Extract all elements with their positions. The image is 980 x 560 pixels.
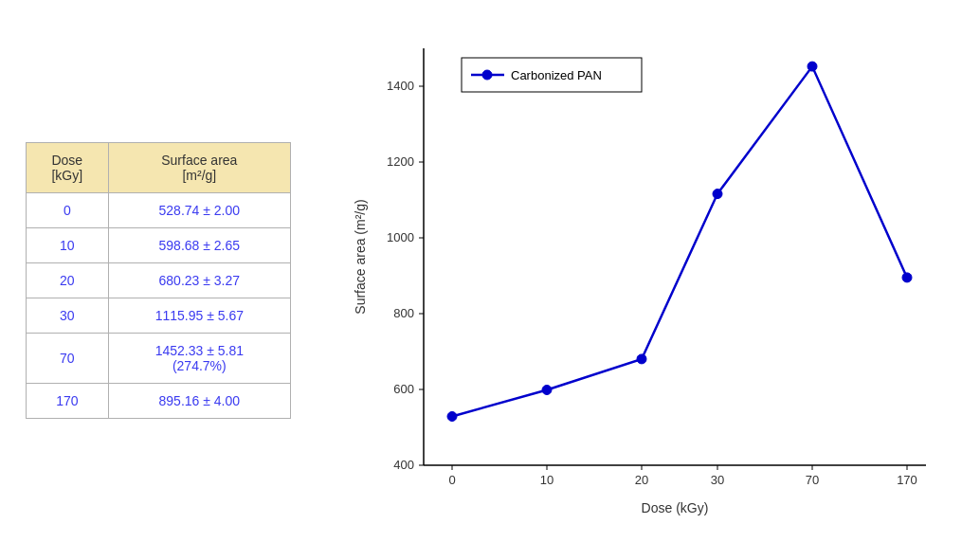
dose-cell: 70 [27, 333, 109, 383]
y-tick-1400: 1400 [387, 79, 414, 93]
y-tick-400: 400 [393, 458, 414, 472]
dot-70 [808, 62, 817, 71]
x-tick-170: 170 [897, 473, 917, 487]
dose-cell: 170 [27, 383, 109, 418]
chart-line [452, 66, 907, 416]
table-row: 20680.23 ± 3.27 [27, 262, 291, 298]
dose-cell: 20 [27, 262, 109, 298]
dose-cell: 30 [27, 298, 109, 333]
surface-area-cell: 1115.95 ± 5.67 [108, 298, 290, 333]
legend-label: Carbonized PAN [511, 68, 602, 82]
y-tick-1000: 1000 [387, 230, 414, 244]
data-table-wrapper: Dose[kGy] Surface area[m²/g] 0528.74 ± 2… [26, 142, 291, 419]
table-row: 301115.95 ± 5.67 [27, 298, 291, 333]
dose-cell: 0 [27, 192, 109, 227]
main-container: Dose[kGy] Surface area[m²/g] 0528.74 ± 2… [26, 20, 954, 541]
y-tick-600: 600 [393, 382, 414, 396]
x-tick-70: 70 [806, 473, 819, 487]
surface-area-cell: 1452.33 ± 5.81(274.7%) [108, 333, 290, 383]
dot-30 [713, 189, 722, 198]
dot-10 [542, 385, 552, 394]
surface-area-header: Surface area[m²/g] [108, 142, 290, 192]
surface-area-table: Dose[kGy] Surface area[m²/g] 0528.74 ± 2… [26, 142, 291, 419]
dot-0 [447, 411, 457, 421]
legend-dot-sample [482, 70, 492, 80]
x-axis: 0 10 20 30 70 170 [448, 473, 916, 487]
surface-area-cell: 598.68 ± 2.65 [108, 227, 290, 262]
dot-170 [902, 272, 912, 281]
y-tick-1200: 1200 [387, 154, 414, 169]
table-row: 701452.33 ± 5.81(274.7%) [27, 333, 291, 383]
y-tick-800: 800 [393, 306, 414, 320]
chart-dots [447, 62, 912, 421]
y-axis: 400 600 800 1000 1200 1400 [387, 79, 414, 472]
table-row: 170895.16 ± 4.00 [27, 383, 291, 418]
surface-area-cell: 528.74 ± 2.00 [108, 192, 290, 227]
x-tick-0: 0 [448, 473, 455, 487]
x-axis-label: Dose (kGy) [642, 500, 709, 515]
dose-cell: 10 [27, 227, 109, 262]
surface-area-cell: 895.16 ± 4.00 [108, 383, 290, 418]
dose-header: Dose[kGy] [27, 142, 109, 192]
table-row: 10598.68 ± 2.65 [27, 227, 291, 262]
x-tick-10: 10 [540, 473, 554, 487]
dot-20 [637, 353, 646, 363]
x-tick-30: 30 [711, 473, 724, 487]
y-axis-label: Surface area (m²/g) [353, 199, 368, 314]
table-row: 0528.74 ± 2.00 [27, 192, 291, 227]
x-tick-20: 20 [635, 473, 648, 487]
line-chart: 400 600 800 1000 1200 1400 0 10 [348, 29, 954, 532]
chart-wrapper: 400 600 800 1000 1200 1400 0 10 [348, 29, 954, 532]
surface-area-cell: 680.23 ± 3.27 [108, 262, 290, 298]
